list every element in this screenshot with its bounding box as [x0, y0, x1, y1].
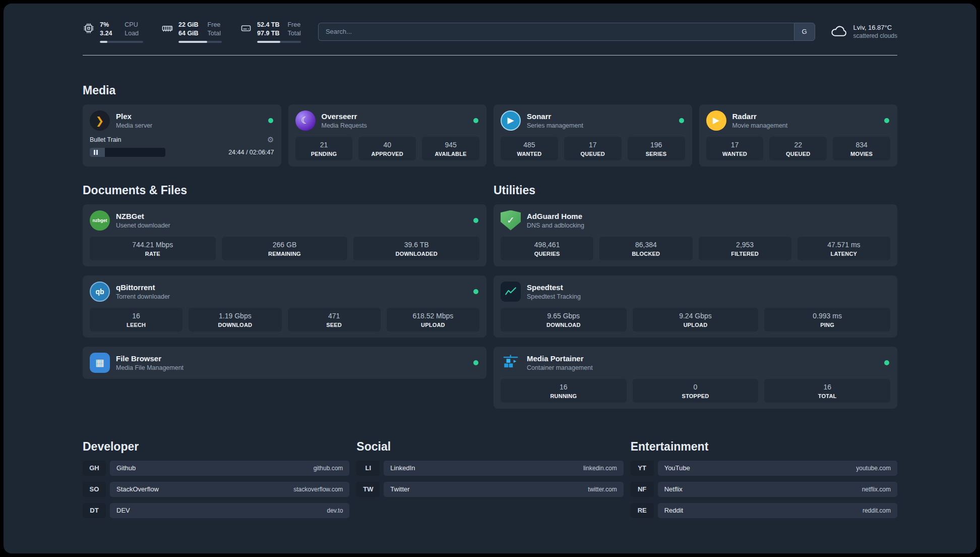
- service-card-filebrowser[interactable]: ▦ File Browser Media File Management: [83, 347, 486, 379]
- stat-tile: 0STOPPED: [633, 379, 759, 403]
- bookmark-name: Reddit: [664, 507, 684, 514]
- cloud-icon: [830, 23, 848, 40]
- portainer-icon: [501, 353, 521, 373]
- bookmark-url: youtube.com: [856, 465, 891, 472]
- bookmark-url: github.com: [314, 465, 343, 472]
- sonarr-icon: ▶: [501, 110, 521, 131]
- stat-tile: 498,461QUERIES: [501, 237, 593, 260]
- bookmark-url: linkedin.com: [583, 465, 617, 472]
- search-input[interactable]: [318, 23, 794, 41]
- service-subtitle: Series management: [527, 122, 673, 129]
- bookmark-twitter[interactable]: TW Twittertwitter.com: [356, 482, 623, 497]
- search-bar: G: [318, 23, 815, 41]
- service-card-sonarr[interactable]: ▶ Sonarr Series management 485WANTED 17Q…: [494, 104, 692, 166]
- stat-tile: 9.65 GbpsDOWNLOAD: [501, 308, 627, 331]
- service-card-overseerr[interactable]: ☾ Overseerr Media Requests 21PENDING 40A…: [288, 104, 487, 166]
- bookmark-linkedin[interactable]: LI LinkedInlinkedin.com: [356, 461, 623, 476]
- disk-free-value: 52.4 TB: [257, 21, 279, 29]
- bookmark-abbr: TW: [356, 482, 380, 497]
- service-card-plex[interactable]: ❯ Plex Media server Bullet Train ⚙: [83, 104, 281, 166]
- bookmark-name: Netflix: [664, 485, 683, 493]
- memory-free-label: Free: [208, 21, 222, 29]
- weather-location: Lviv, 16.87°C: [853, 24, 897, 31]
- status-dot: [473, 289, 478, 294]
- stat-tile: 196SERIES: [628, 137, 685, 160]
- stat-tile: 86,384BLOCKED: [599, 237, 692, 260]
- service-subtitle: Movie management: [732, 122, 879, 129]
- service-subtitle: Container management: [527, 364, 878, 371]
- memory-total-label: Total: [208, 29, 222, 37]
- memory-free-value: 22 GiB: [178, 21, 200, 29]
- service-subtitle: Torrent downloader: [116, 293, 467, 300]
- service-card-portainer[interactable]: Media Portainer Container management 16R…: [494, 347, 897, 409]
- bookmark-abbr: RE: [631, 503, 654, 518]
- memory-icon: [161, 22, 173, 36]
- stat-tile: 17WANTED: [706, 137, 764, 160]
- service-subtitle: Media server: [116, 122, 262, 129]
- stat-tile: 21PENDING: [295, 137, 353, 160]
- service-card-speedtest[interactable]: Speedtest Speedtest Tracking 9.65 GbpsDO…: [494, 275, 897, 338]
- service-name: Media Portainer: [527, 354, 878, 363]
- bookmark-stackoverflow[interactable]: SO StackOverflowstackoverflow.com: [83, 482, 349, 497]
- stat-tile: 834MOVIES: [833, 137, 890, 160]
- cpu-progress-bar: [100, 41, 143, 43]
- stat-tile: 16LEECH: [90, 308, 182, 331]
- bookmark-dev[interactable]: DT DEVdev.to: [83, 503, 349, 518]
- memory-progress-bar: [178, 41, 222, 43]
- overseerr-icon: ☾: [295, 110, 316, 131]
- section-media: Media ❯ Plex Media server Bullet Tr: [83, 84, 897, 166]
- documents-section-title: Documents & Files: [83, 184, 486, 197]
- stat-tile: 2,953FILTERED: [699, 237, 791, 260]
- service-subtitle: Media File Management: [116, 364, 467, 371]
- service-subtitle: Media Requests: [322, 122, 468, 129]
- cpu-widget: 7% CPU 3.24 Load: [83, 21, 143, 43]
- bookmark-abbr: DT: [83, 503, 106, 518]
- status-dot: [268, 118, 273, 123]
- service-name: Speedtest: [527, 283, 890, 292]
- status-dot: [473, 218, 478, 223]
- service-name: File Browser: [116, 354, 467, 363]
- service-name: Plex: [116, 112, 262, 121]
- cpu-usage-label: CPU: [125, 21, 143, 29]
- entertainment-section-title: Entertainment: [631, 440, 897, 454]
- stat-tile: 266 GBREMAINING: [222, 237, 348, 260]
- service-name: AdGuard Home: [527, 212, 890, 220]
- stat-tile: 618.52 MbpsUPLOAD: [387, 308, 479, 331]
- cpu-usage-value: 7%: [100, 21, 116, 29]
- stat-tile: 1.19 GbpsDOWNLOAD: [189, 308, 281, 331]
- gear-icon[interactable]: ⚙: [267, 135, 274, 144]
- service-card-nzbget[interactable]: nzbget NZBGet Usenet downloader 744.21 M…: [83, 204, 486, 266]
- status-dot: [473, 360, 478, 365]
- bookmark-abbr: NF: [631, 482, 654, 497]
- stat-tile: 40APPROVED: [358, 137, 416, 160]
- bookmark-group-entertainment: Entertainment YT YouTubeyoutube.com NF N…: [631, 440, 897, 524]
- service-card-radarr[interactable]: ▶ Radarr Movie management 17WANTED 22QUE…: [699, 104, 898, 166]
- service-card-qbittorrent[interactable]: qb qBittorrent Torrent downloader 16LEEC…: [83, 275, 486, 338]
- stat-tile: 485WANTED: [501, 137, 558, 160]
- memory-total-value: 64 GiB: [178, 29, 200, 37]
- stat-tile: 471SEED: [288, 308, 381, 331]
- bookmark-reddit[interactable]: RE Redditreddit.com: [631, 503, 897, 518]
- service-name: Radarr: [732, 112, 879, 121]
- bookmark-name: DEV: [116, 507, 130, 514]
- disk-free-label: Free: [287, 21, 300, 29]
- service-subtitle: DNS and adblocking: [527, 222, 890, 229]
- disk-total-label: Total: [287, 29, 300, 37]
- search-provider-button[interactable]: G: [794, 23, 815, 41]
- dashboard-window: 7% CPU 3.24 Load: [4, 4, 976, 553]
- disk-widget: 52.4 TB Free 97.9 TB Total: [240, 21, 301, 43]
- qbittorrent-icon: qb: [90, 282, 110, 302]
- bookmark-group-developer: Developer GH Githubgithub.com SO StackOv…: [83, 440, 349, 524]
- weather-widget: Lviv, 16.87°C scattered clouds: [830, 23, 897, 40]
- service-name: Sonarr: [527, 112, 673, 121]
- bookmark-github[interactable]: GH Githubgithub.com: [83, 461, 349, 476]
- bookmark-name: StackOverflow: [116, 485, 159, 493]
- bookmark-name: Twitter: [390, 485, 409, 493]
- bookmark-abbr: SO: [83, 482, 106, 497]
- service-card-adguard[interactable]: ✓ AdGuard Home DNS and adblocking 498,46…: [494, 204, 897, 266]
- status-dot: [884, 360, 889, 365]
- memory-widget: 22 GiB Free 64 GiB Total: [161, 21, 222, 43]
- bookmark-netflix[interactable]: NF Netflixnetflix.com: [631, 482, 897, 497]
- bookmark-youtube[interactable]: YT YouTubeyoutube.com: [631, 461, 897, 476]
- playback-progress-bar[interactable]: [90, 148, 165, 157]
